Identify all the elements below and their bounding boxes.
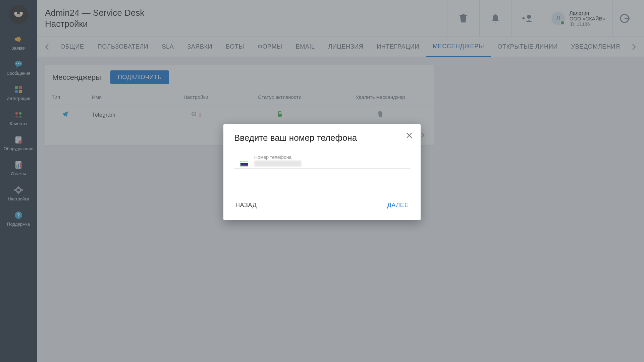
modal-overlay[interactable]: Введите ваш номер телефона Номер телефон… [0,0,644,362]
flag-ru-icon[interactable] [240,161,248,167]
phone-inner: Номер телефона [254,155,410,167]
phone-field[interactable]: Номер телефона [234,155,410,169]
modal-title: Введите ваш номер телефона [234,133,410,143]
phone-modal: Введите ваш номер телефона Номер телефон… [223,124,421,220]
app-root: Заявки Сообщения Интеграции Клиенты Обор… [0,0,644,362]
next-button[interactable]: ДАЛЕЕ [386,199,410,212]
back-button[interactable]: НАЗАД [234,199,258,212]
phone-label: Номер телефона [254,155,410,160]
close-icon [406,132,412,138]
modal-actions: НАЗАД ДАЛЕЕ [234,199,410,212]
phone-input[interactable] [254,161,301,167]
modal-close-button[interactable] [404,130,415,141]
